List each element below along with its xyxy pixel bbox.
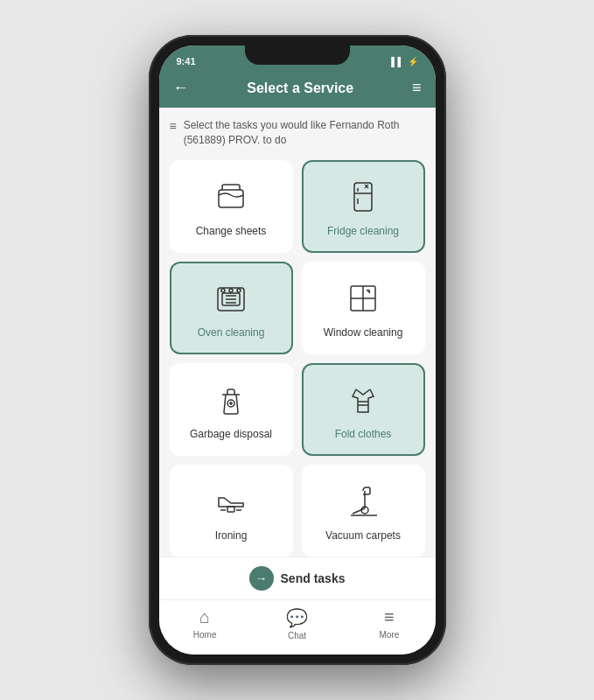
change-sheets-icon: [210, 176, 252, 218]
fridge-cleaning-icon: [342, 176, 384, 218]
nav-item-more[interactable]: ≡ More: [343, 607, 435, 640]
home-icon: ⌂: [199, 607, 210, 627]
svg-point-9: [237, 289, 241, 292]
phone-notch: [245, 46, 350, 65]
service-card-oven-cleaning[interactable]: Oven cleaning: [170, 262, 293, 354]
app-header: ← Select a Service ≡: [159, 70, 436, 108]
bottom-nav: ⌂ Home 💬 Chat ≡ More: [159, 599, 436, 654]
fridge-cleaning-label: Fridge cleaning: [327, 225, 399, 237]
svg-rect-1: [354, 183, 372, 211]
ironing-label: Ironing: [215, 529, 248, 542]
service-card-garbage-disposal[interactable]: Garbage disposal: [170, 363, 293, 456]
service-card-fridge-cleaning[interactable]: Fridge cleaning: [302, 160, 425, 253]
garbage-disposal-label: Garbage disposal: [190, 428, 272, 440]
app-content: ≡ Select the tasks you would like Fernan…: [159, 108, 436, 556]
chat-label: Chat: [288, 631, 306, 640]
svg-rect-20: [227, 507, 234, 512]
oven-cleaning-label: Oven cleaning: [198, 326, 265, 339]
more-icon: ≡: [384, 607, 395, 627]
send-tasks-label: Send tasks: [281, 571, 346, 585]
window-cleaning-label: Window cleaning: [324, 326, 403, 339]
svg-point-7: [221, 289, 225, 292]
phone-frame: 9:41 ▌▌ ⚡ ← Select a Service ≡ ≡ Select …: [149, 35, 446, 665]
svg-rect-0: [219, 190, 243, 207]
service-card-window-cleaning[interactable]: Window cleaning: [302, 262, 425, 354]
service-card-ironing[interactable]: Ironing: [170, 465, 293, 556]
page-title: Select a Service: [247, 80, 353, 96]
service-card-vacuum-carpets[interactable]: Vacuum carpets: [302, 465, 425, 556]
more-label: More: [379, 630, 399, 640]
fold-clothes-label: Fold clothes: [335, 428, 392, 440]
window-cleaning-icon: [342, 277, 384, 319]
oven-cleaning-icon: [210, 277, 252, 319]
send-tasks-icon: →: [249, 566, 274, 591]
fold-clothes-icon: [342, 379, 384, 421]
back-button[interactable]: ←: [173, 79, 189, 97]
phone-screen: 9:41 ▌▌ ⚡ ← Select a Service ≡ ≡ Select …: [159, 46, 436, 654]
nav-item-chat[interactable]: 💬 Chat: [251, 607, 343, 640]
svg-point-8: [229, 289, 233, 292]
subtitle-text: Select the tasks you would like Fernando…: [184, 118, 425, 148]
subtitle-icon: ≡: [170, 119, 177, 133]
service-card-change-sheets[interactable]: Change sheets: [170, 160, 293, 253]
services-grid: Change sheets Fridge cleaning: [170, 160, 425, 556]
send-tasks-button[interactable]: → Send tasks: [249, 566, 346, 591]
nav-item-home[interactable]: ⌂ Home: [159, 607, 251, 640]
subtitle-bar: ≡ Select the tasks you would like Fernan…: [170, 118, 425, 148]
service-card-fold-clothes[interactable]: Fold clothes: [302, 363, 425, 456]
change-sheets-label: Change sheets: [196, 225, 267, 237]
garbage-disposal-icon: [210, 379, 252, 421]
vacuum-carpets-label: Vacuum carpets: [325, 529, 401, 542]
home-label: Home: [193, 630, 217, 640]
ironing-icon: [210, 480, 252, 522]
vacuum-carpets-icon: [342, 480, 384, 522]
status-time: 9:41: [177, 56, 196, 66]
send-tasks-bar: → Send tasks: [159, 556, 436, 599]
chat-icon: 💬: [286, 607, 308, 628]
status-icons: ▌▌ ⚡: [391, 57, 417, 66]
menu-button[interactable]: ≡: [412, 79, 422, 97]
